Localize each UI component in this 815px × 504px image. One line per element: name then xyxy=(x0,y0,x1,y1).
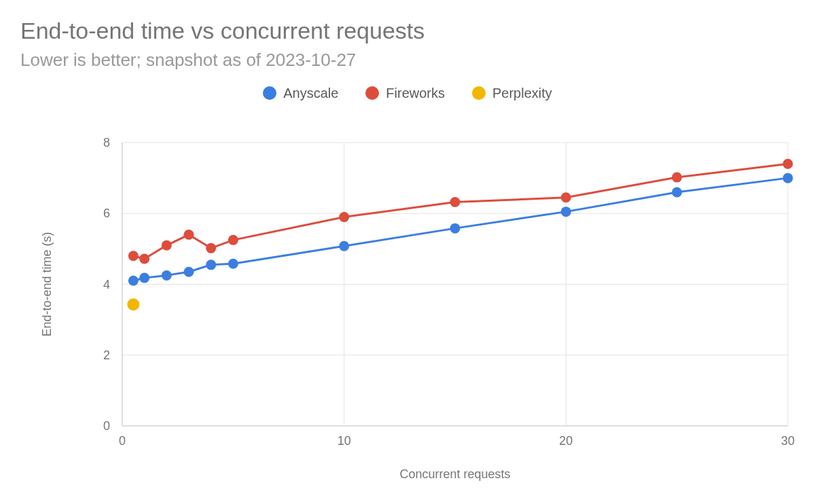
svg-text:End-to-end time (s): End-to-end time (s) xyxy=(40,232,54,336)
svg-text:2: 2 xyxy=(103,348,110,362)
svg-point-29 xyxy=(672,187,682,197)
svg-text:30: 30 xyxy=(781,434,795,448)
svg-point-23 xyxy=(184,267,194,277)
legend-item-perplexity: Perplexity xyxy=(472,86,552,101)
svg-point-41 xyxy=(783,159,793,169)
svg-point-20 xyxy=(128,276,139,286)
legend-label-fireworks: Fireworks xyxy=(386,86,445,101)
legend-item-fireworks: Fireworks xyxy=(365,86,445,101)
svg-text:4: 4 xyxy=(103,278,110,291)
svg-point-28 xyxy=(561,206,571,217)
chart-title: End-to-end time vs concurrent requests xyxy=(20,16,795,46)
svg-point-21 xyxy=(139,273,149,283)
svg-text:6: 6 xyxy=(103,206,110,220)
legend-swatch-perplexity xyxy=(472,86,486,100)
chart-svg: 024680102030Concurrent requestsEnd-to-en… xyxy=(20,136,795,490)
chart-container: End-to-end time vs concurrent requests L… xyxy=(0,0,815,504)
svg-point-22 xyxy=(162,270,172,281)
svg-point-27 xyxy=(450,223,460,234)
svg-point-38 xyxy=(450,197,460,207)
svg-point-36 xyxy=(228,235,238,245)
svg-point-25 xyxy=(228,259,238,269)
svg-point-42 xyxy=(127,298,139,310)
legend-item-anyscale: Anyscale xyxy=(263,86,338,101)
svg-point-40 xyxy=(672,173,682,183)
chart-subtitle: Lower is better; snapshot as of 2023-10-… xyxy=(20,50,795,71)
svg-point-33 xyxy=(162,240,172,251)
svg-point-37 xyxy=(339,212,349,222)
legend-swatch-anyscale xyxy=(263,86,276,100)
svg-point-34 xyxy=(184,230,194,240)
svg-text:8: 8 xyxy=(103,136,110,149)
svg-point-24 xyxy=(206,259,216,270)
svg-text:Concurrent requests: Concurrent requests xyxy=(399,467,510,481)
legend-swatch-fireworks xyxy=(365,86,379,100)
svg-point-32 xyxy=(139,253,149,264)
svg-point-35 xyxy=(206,243,216,253)
legend: Anyscale Fireworks Perplexity xyxy=(20,86,795,101)
svg-text:10: 10 xyxy=(338,434,351,448)
svg-point-30 xyxy=(783,173,793,183)
plot-area: 024680102030Concurrent requestsEnd-to-en… xyxy=(20,136,795,490)
legend-label-perplexity: Perplexity xyxy=(492,86,552,101)
svg-text:0: 0 xyxy=(103,419,110,433)
svg-point-31 xyxy=(128,251,139,261)
legend-label-anyscale: Anyscale xyxy=(283,86,338,101)
svg-text:0: 0 xyxy=(119,434,126,448)
svg-text:20: 20 xyxy=(559,434,573,448)
svg-point-26 xyxy=(339,241,349,251)
svg-point-39 xyxy=(561,192,571,202)
